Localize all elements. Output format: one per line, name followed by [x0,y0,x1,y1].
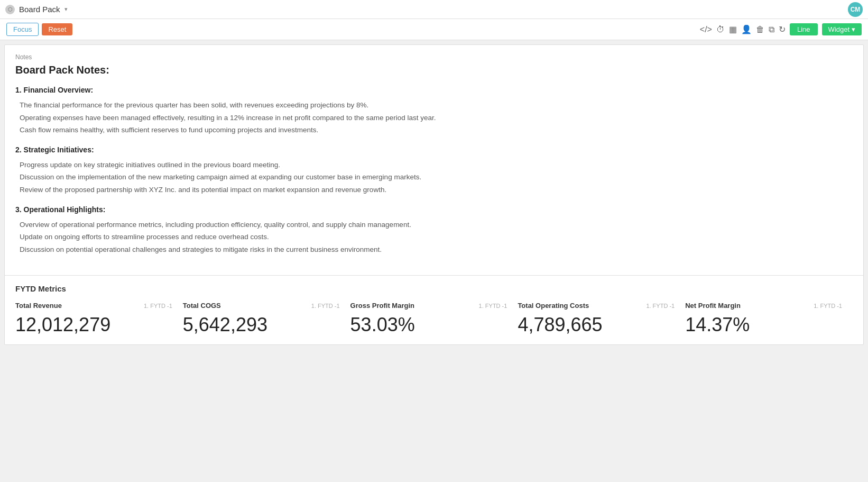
code-icon[interactable]: </> [700,25,712,34]
app-title: Board Pack [19,5,60,14]
fytd-section: FYTD Metrics Total Revenue 1. FYTD -1 12… [5,276,863,344]
strategic-para-1: Progress update on key strategic initiat… [20,159,853,171]
clock-icon[interactable]: ⏱ [716,25,725,34]
metric-total-revenue: Total Revenue 1. FYTD -1 12,012,279 [15,302,183,336]
metric-header-gross: Gross Profit Margin 1. FYTD -1 [350,302,507,310]
section-heading-operational: 3. Operational Highlights: [15,205,853,214]
metrics-grid: Total Revenue 1. FYTD -1 12,012,279 Tota… [15,302,853,336]
metric-value-net: 14.37% [685,314,842,336]
top-bar-right: CM [848,2,863,17]
metric-total-cogs: Total COGS 1. FYTD -1 5,642,293 [183,302,350,336]
section-body-financial: The financial performance for the previo… [15,99,853,136]
metric-name-net: Net Profit Margin [685,302,741,310]
line-button[interactable]: Line [790,23,818,35]
user-avatar[interactable]: CM [848,2,863,17]
financial-para-3: Cash flow remains healthy, with sufficie… [20,124,853,136]
financial-para-2: Operating expenses have been managed eff… [20,112,853,124]
widget-label: Widget [828,25,849,33]
app-icon-symbol: ⬡ [8,6,13,12]
metric-value-cogs: 5,642,293 [183,314,340,336]
top-bar: ⬡ Board Pack ▾ CM [0,0,868,19]
metric-name-revenue: Total Revenue [15,302,62,310]
notes-title: Board Pack Notes: [15,64,853,76]
metric-gross-profit: Gross Profit Margin 1. FYTD -1 53.03% [350,302,518,336]
trash-icon[interactable]: 🗑 [756,25,764,34]
operational-para-1: Overview of operational performance metr… [20,219,853,231]
fytd-title: FYTD Metrics [15,284,853,293]
metric-header-revenue: Total Revenue 1. FYTD -1 [15,302,172,310]
copy-icon[interactable]: ⧉ [769,25,774,34]
refresh-icon[interactable]: ↻ [779,24,786,34]
metric-value-gross: 53.03% [350,314,507,336]
metric-period-revenue: 1. FYTD -1 [144,303,172,309]
operational-para-2: Update on ongoing efforts to streamline … [20,231,853,243]
operational-para-3: Discussion on potential operational chal… [20,244,853,256]
strategic-para-3: Review of the proposed partnership with … [20,184,853,196]
metric-value-operating: 4,789,665 [518,314,675,336]
reset-button[interactable]: Reset [42,23,72,35]
section-heading-strategic: 2. Strategic Initiatives: [15,145,853,154]
metric-net-profit: Net Profit Margin 1. FYTD -1 14.37% [685,302,853,336]
metric-period-net: 1. FYTD -1 [814,303,842,309]
metric-period-gross: 1. FYTD -1 [479,303,507,309]
table-icon[interactable]: ▦ [729,24,737,34]
metric-operating-costs: Total Operating Costs 1. FYTD -1 4,789,6… [518,302,685,336]
metric-period-cogs: 1. FYTD -1 [311,303,340,309]
metric-header-cogs: Total COGS 1. FYTD -1 [183,302,340,310]
metric-name-gross: Gross Profit Margin [350,302,414,310]
metric-value-revenue: 12,012,279 [15,314,172,336]
widget-chevron-icon: ▾ [852,25,855,33]
widget-button[interactable]: Widget ▾ [822,23,862,35]
strategic-para-2: Discussion on the implementation of the … [20,171,853,183]
toolbar: Focus Reset </> ⏱ ▦ 👤 🗑 ⧉ ↻ Line Widget … [0,19,868,40]
app-icon: ⬡ [5,5,15,14]
metric-header-net: Net Profit Margin 1. FYTD -1 [685,302,842,310]
metric-name-cogs: Total COGS [183,302,221,310]
focus-button[interactable]: Focus [6,23,39,36]
main-content: Notes Board Pack Notes: 1. Financial Ove… [4,44,864,345]
user-icon[interactable]: 👤 [741,24,752,34]
metric-header-operating: Total Operating Costs 1. FYTD -1 [518,302,675,310]
notes-label: Notes [15,53,853,61]
section-heading-financial: 1. Financial Overview: [15,86,853,94]
metric-name-operating: Total Operating Costs [518,302,589,310]
notes-section: Notes Board Pack Notes: 1. Financial Ove… [5,45,863,276]
section-body-operational: Overview of operational performance metr… [15,219,853,256]
section-body-strategic: Progress update on key strategic initiat… [15,159,853,196]
toolbar-right: </> ⏱ ▦ 👤 🗑 ⧉ ↻ Line Widget ▾ [700,23,862,35]
chevron-down-icon[interactable]: ▾ [64,6,68,13]
financial-para-1: The financial performance for the previo… [20,99,853,111]
metric-period-operating: 1. FYTD -1 [646,303,675,309]
